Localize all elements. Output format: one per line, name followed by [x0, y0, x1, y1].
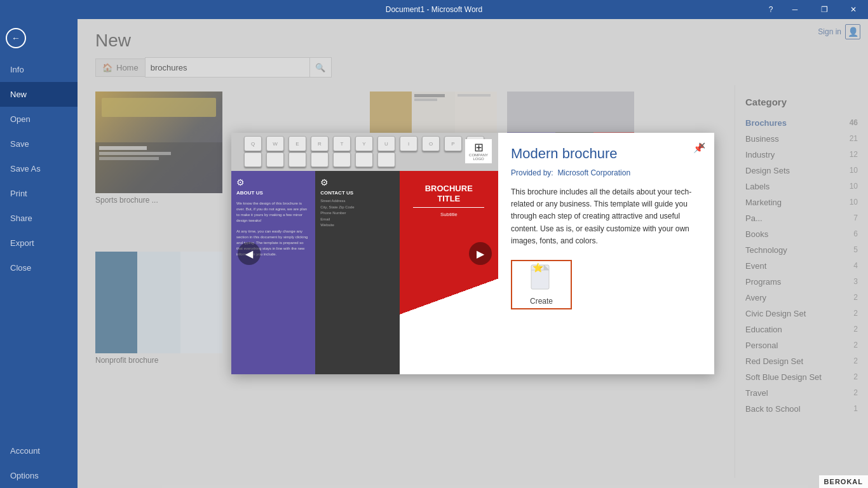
close-window-btn[interactable]: ✕ — [839, 0, 868, 19]
sidebar-item-options[interactable]: Options — [0, 463, 78, 488]
sidebar: ← Info New Open Save Save As Print Share… — [0, 19, 78, 488]
sidebar-item-save[interactable]: Save — [0, 132, 78, 156]
modal-description: This brochure includes all the details a… — [511, 186, 702, 247]
panel-title: BROCHURETITLE Subtitle — [400, 171, 499, 374]
title-bar: Document1 - Microsoft Word ? ─ ❐ ✕ — [0, 0, 868, 19]
watermark: BEROKAL — [819, 475, 868, 488]
modal-template-title: Modern brochure — [511, 146, 702, 162]
help-btn[interactable]: ? — [761, 0, 780, 19]
sidebar-item-share[interactable]: Share — [0, 206, 78, 231]
window-controls: ─ ❐ ✕ — [780, 0, 868, 19]
back-icon: ← — [6, 28, 26, 48]
provider-link[interactable]: Microsoft Corporation — [557, 168, 630, 177]
content-area: Sign in 👤 New 🏠 Home 🔍 — [78, 19, 868, 488]
modal-close-btn[interactable]: ✕ — [694, 138, 709, 153]
sidebar-item-account[interactable]: Account — [0, 438, 78, 463]
modal-dialog: ✕ — [231, 133, 714, 374]
create-button[interactable]: ⭐ Create — [511, 260, 572, 309]
prev-btn[interactable]: ◀ — [238, 242, 261, 265]
company-logo: ⊞ COMPANYLOGO — [465, 139, 492, 163]
window-title: Document1 - Microsoft Word — [386, 5, 483, 14]
panel-about: ⚙ ABOUT US We know the design of this br… — [231, 171, 315, 374]
modal-overlay: ✕ — [78, 19, 868, 488]
brochure-panels: ⚙ ABOUT US We know the design of this br… — [231, 171, 498, 374]
modal-preview: Q W E R T Y U I O P — [231, 133, 498, 374]
sidebar-item-export[interactable]: Export — [0, 231, 78, 255]
panel-contact: ⚙ CONTACT US Street Address City, State … — [315, 171, 399, 374]
sidebar-item-print[interactable]: Print — [0, 181, 78, 206]
create-label: Create — [530, 297, 553, 306]
app-container: ← Info New Open Save Save As Print Share… — [0, 19, 868, 488]
next-btn[interactable]: ▶ — [469, 242, 492, 265]
sidebar-item-close[interactable]: Close — [0, 255, 78, 280]
sidebar-item-open[interactable]: Open — [0, 107, 78, 132]
modal-body: Q W E R T Y U I O P — [231, 133, 714, 374]
modal-provider: Provided by: Microsoft Corporation — [511, 168, 702, 177]
back-button[interactable]: ← — [0, 19, 32, 57]
restore-btn[interactable]: ❐ — [810, 0, 839, 19]
create-icon: ⭐ — [529, 264, 554, 294]
sidebar-item-new[interactable]: New — [0, 82, 78, 107]
minimize-btn[interactable]: ─ — [780, 0, 810, 19]
sidebar-item-info[interactable]: Info — [0, 57, 78, 82]
sidebar-item-saveas[interactable]: Save As — [0, 156, 78, 181]
modal-info: 📌 Modern brochure Provided by: Microsoft… — [498, 133, 714, 374]
